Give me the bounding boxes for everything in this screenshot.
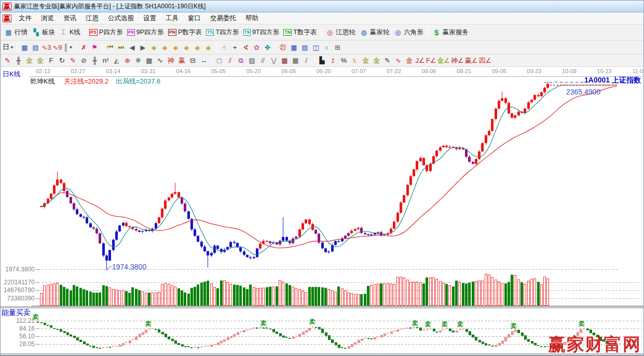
toolbar1-p-number-table[interactable]: PNP数字表 — [168, 28, 202, 37]
toolbar2-save[interactable]: ◫ — [311, 43, 321, 52]
menu-item-窗口[interactable]: 窗口 — [183, 13, 205, 24]
toolbar2-diamond-expand[interactable]: ◈ — [171, 43, 181, 52]
toolbar3-percent[interactable]: % — [339, 56, 349, 65]
toolbar2-next[interactable]: ▶ — [138, 43, 148, 52]
toolbar1-quotes[interactable]: ▦行情 — [4, 28, 28, 37]
toolbar2-hand-drag[interactable]: ☝ — [219, 43, 229, 52]
toolbar3-measure-h[interactable]: ↔ — [199, 56, 209, 65]
toolbar3-j-angle[interactable]: J∠ — [415, 56, 425, 65]
toolbar3-ruler-123[interactable]: ⊟ — [188, 56, 198, 65]
toolbar2-print[interactable]: ⊞ — [333, 43, 342, 52]
toolbar3-ying-tool[interactable]: 赢 — [177, 56, 187, 65]
toolbar3-f-grid[interactable]: F — [46, 56, 56, 65]
toolbar2-web-tools[interactable]: ♁ — [322, 43, 332, 52]
toolbar2-chart-3[interactable]: ∿3 — [42, 43, 51, 52]
toolbar3-circle-grid[interactable]: ⊘ — [79, 56, 89, 65]
toolbar3-target-red[interactable]: ⊕ — [122, 56, 132, 65]
toolbar2-calendar-21[interactable]: ㉑ — [278, 43, 288, 52]
toolbar3-prism[interactable]: ◭ — [112, 56, 121, 65]
toolbar3-grid-dense-2[interactable]: ▦ — [291, 56, 300, 65]
menu-item-文件[interactable]: 文件 — [14, 13, 36, 24]
toolbar1-hexagon[interactable]: ◎六角形 — [393, 28, 423, 37]
toolbar2-diamond-fit[interactable]: ◈ — [203, 43, 213, 52]
toolbar3-hash-grid[interactable]: ╫ — [90, 56, 100, 65]
toolbar2-shape-pink[interactable]: ✿ — [252, 43, 262, 52]
toolbar3-f-angle[interactable]: F∠ — [426, 56, 436, 65]
toolbar2-formula[interactable]: ✗ — [79, 43, 89, 52]
toolbar1-9t-square[interactable]: T99T四方形 — [243, 28, 280, 37]
toolbar3-fan-red[interactable]: ⫽ — [225, 56, 235, 65]
toolbar3-fan-gray[interactable]: ⫻ — [258, 56, 268, 65]
toolbar2-flag-colors[interactable]: ⚑ — [90, 43, 100, 52]
toolbar3-grid-lines[interactable]: ╫ — [13, 56, 23, 65]
toolbar2-first-page[interactable]: ⏮ — [105, 43, 115, 52]
toolbar1-gann-wheel[interactable]: ◎江恩轮 — [325, 28, 355, 37]
toolbar1-sectors[interactable]: ▚板块 — [32, 28, 55, 37]
toolbar1-winner-wheel[interactable]: ◍赢家轮 — [360, 28, 390, 37]
toolbar2-shape-teal[interactable]: ✤ — [263, 43, 272, 52]
toolbar3-pencil[interactable]: ✎ — [3, 56, 12, 65]
toolbar3-gold-grid-1[interactable]: 金 — [24, 56, 34, 65]
kline-chart-canvas[interactable] — [1, 67, 644, 356]
toolbar3-n-squared[interactable]: n² — [101, 56, 111, 65]
menu-item-浏览[interactable]: 浏览 — [36, 13, 59, 24]
toolbar1-kline[interactable]: ⌶K线 — [59, 28, 80, 37]
toolbar3-web-1[interactable]: ❋ — [133, 56, 143, 65]
toolbar3-gold-grid-2[interactable]: 金 — [35, 56, 45, 65]
toolbar2-period-day[interactable]: 日▼ — [3, 43, 14, 52]
menu-item-帮助[interactable]: 帮助 — [241, 13, 263, 24]
toolbar3-gold-line[interactable]: 金 — [372, 56, 381, 65]
toolbar3-shen-tool[interactable]: 神 — [166, 56, 176, 65]
toolbar3-wave-a[interactable]: ∿ — [393, 56, 403, 65]
toolbar3-shen-angle[interactable]: 神∠ — [451, 56, 464, 65]
toolbar1-winner-service[interactable]: $赢家服务 — [432, 28, 469, 37]
toolbar2-diamond-left-right[interactable]: ◈ — [149, 43, 159, 52]
toolbar3-grid-dense[interactable]: ▦ — [280, 56, 290, 65]
toolbar1-t-number-table[interactable]: TNT数字表 — [283, 28, 317, 37]
toolbar3-spiral[interactable]: ↻ — [57, 56, 67, 65]
toolbar2-diamond-right[interactable]: ◈ — [160, 43, 170, 52]
toolbar3-pct-slope[interactable]: ⁒ — [328, 56, 338, 65]
toolbar2-crosshair[interactable]: + — [230, 43, 240, 52]
toolbar3-candle-pen[interactable]: ✎ — [382, 56, 392, 65]
toolbar1-t-square[interactable]: TST四方形 — [206, 28, 239, 37]
menu-item-公式选股[interactable]: 公式选股 — [103, 13, 139, 24]
toolbar2-diamond-compress[interactable]: ◈ — [182, 43, 191, 52]
toolbar3-lines-3[interactable]: ⫽ — [302, 56, 311, 65]
toolbar2-last-page[interactable]: ⏭ — [116, 43, 126, 52]
toolbar1-p-square[interactable]: PSP四方形 — [89, 28, 123, 37]
indicator-name-label[interactable]: 能量买卖 — [2, 308, 31, 318]
toolbar2-notes[interactable]: ▤ — [300, 43, 310, 52]
toolbar3-pct-line[interactable]: ﹪ — [350, 56, 360, 65]
toolbar3-box-tool[interactable]: ◻ — [214, 56, 224, 65]
toolbar3-wave-mark[interactable]: ∿ — [155, 56, 165, 65]
toolbar3-gold-angle[interactable]: 金∠ — [437, 56, 450, 65]
toolbar2-chart-9[interactable]: ∿9 — [52, 43, 62, 52]
toolbar2-prev[interactable]: ◀ — [127, 43, 137, 52]
toolbar3-gold-circle[interactable]: 金 — [361, 56, 371, 65]
menu-item-交易委托[interactable]: 交易委托 — [205, 13, 241, 24]
toolbar1-9p-square[interactable]: P99P四方形 — [127, 28, 164, 37]
toolbar2-diamond-all[interactable]: ◈ — [193, 43, 202, 52]
toolbar3-si-angle[interactable]: 四∠ — [479, 56, 492, 65]
menu-item-工具[interactable]: 工具 — [161, 13, 183, 24]
toolbar3-pencil-angle[interactable]: ✎ — [68, 56, 78, 65]
pane-separator[interactable] — [1, 306, 644, 308]
period-label[interactable]: 日K线 — [3, 70, 21, 79]
toolbar3-stats-bars[interactable]: ▙ — [317, 56, 327, 65]
toolbar3-ying-angle[interactable]: 赢∠ — [465, 56, 478, 65]
toolbar2-report[interactable]: ▤ — [31, 43, 40, 52]
menu-item-江恩[interactable]: 江恩 — [81, 13, 103, 24]
toolbar3-gold-under[interactable]: 金 — [404, 56, 414, 65]
toolbar3-web-2[interactable]: ▩ — [144, 56, 154, 65]
toolbar3-fan-box[interactable]: ⧉ — [236, 56, 246, 65]
toolbar2-angle-measure[interactable]: ∢ — [241, 43, 251, 52]
toolbar2-calculator[interactable]: ▦ — [289, 43, 299, 52]
menu-item-资讯[interactable]: 资讯 — [59, 13, 81, 24]
menu-item-设置[interactable]: 设置 — [139, 13, 161, 24]
toolbar1-label-kline: K线 — [70, 28, 80, 37]
toolbar2-network[interactable]: ▩ — [20, 43, 30, 52]
toolbar3-web-box[interactable]: ▨ — [247, 56, 257, 65]
toolbar3-wave-v[interactable]: ⋁ — [269, 56, 279, 65]
toolbar2-candle-style[interactable]: ║▼ — [63, 43, 73, 52]
